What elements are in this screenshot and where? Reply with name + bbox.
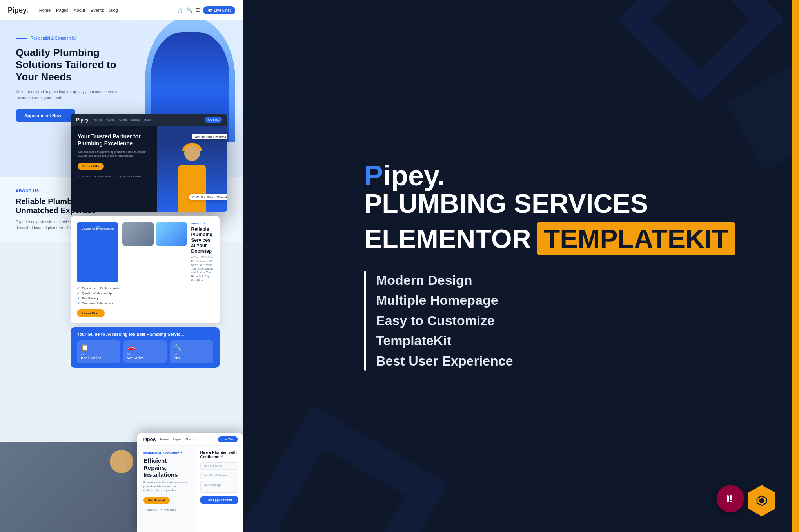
dark-panel-hero-img: We'll Be There In An Hour 🛡 We Give 3 Ye… <box>157 126 227 212</box>
yellow-accent <box>792 0 799 532</box>
third-panel-body: Residential & Commercial Efficient Repai… <box>137 446 243 532</box>
brand-title: Pipey. <box>364 161 678 190</box>
geo-shape-3 <box>726 64 799 171</box>
learn-more-button[interactable]: Learn More <box>77 309 105 317</box>
about-panel-label: ABOUT US <box>191 222 213 225</box>
third-panel-right: Hire a Plumber with Confidence! Your Ful… <box>196 446 243 532</box>
feature-1: Multiple Homepage <box>376 291 678 310</box>
third-nav-pages[interactable]: Pages <box>173 438 182 441</box>
live-chat-button[interactable]: 💬 Live Chat <box>203 6 235 14</box>
third-nav-about[interactable]: About <box>185 438 194 441</box>
live-chat-label: Live Chat <box>214 8 231 13</box>
geo-shape-2 <box>243 405 448 532</box>
dark-panel-title: Your Trusted Partner for Plumbing Excell… <box>78 133 150 147</box>
feature-0: Experienced Professionals <box>77 286 213 290</box>
third-panel-title: Efficient Repairs, Installations <box>143 457 189 478</box>
guide-step-0-num: 01 <box>81 352 116 355</box>
dark-nav-events[interactable]: Events <box>131 118 140 121</box>
guide-step-1-title: We Arrive <box>127 356 163 360</box>
guide-step-1-icon: 🚗 <box>127 344 163 351</box>
dark-panel-logo: Pipey. <box>76 117 89 123</box>
guide-step-2-title: Pro... <box>174 356 209 360</box>
hexagon-icon <box>748 485 775 516</box>
about-features-list: Experienced Professionals Quality Workma… <box>77 286 213 306</box>
about-panel: 30+ YEARS OF EXPERIENCE ABOUT US Reliabl… <box>71 216 220 323</box>
third-panel-badges: Experts Affordable <box>143 508 189 512</box>
nav-home[interactable]: Home <box>39 8 51 13</box>
third-panel-badge: Residential & Commercial <box>143 452 189 455</box>
elementor-text: ELEMENTOR <box>364 223 531 254</box>
about-panel-header: 30+ YEARS OF EXPERIENCE ABOUT US Reliabl… <box>77 222 213 282</box>
third-panel-logo: Pipey. <box>143 437 156 442</box>
third-live-chat-btn[interactable]: Live Chat <box>218 436 238 442</box>
guide-title: Your Guide to Accessing Reliable Plumbin… <box>77 332 213 337</box>
dark-panel-navbar: Pipey. Home Pages About Events Blog Cont… <box>71 114 227 126</box>
dark-nav-about[interactable]: About <box>119 118 127 121</box>
dark-panel: Pipey. Home Pages About Events Blog Cont… <box>71 114 227 212</box>
feature-1: Quality Workmanship <box>77 291 213 295</box>
guide-step-0-title: Book Online <box>81 356 116 360</box>
left-panel: Pipey. Home Pages About Events Blog 🛒 🔍 … <box>0 0 243 532</box>
form-field-email[interactable]: Your Email Address <box>200 472 239 479</box>
feature-3: Customer Satisfaction <box>77 302 213 306</box>
guide-step-0: 📋 01 Book Online <box>77 340 120 363</box>
third-panel-content: Residential & Commercial Efficient Repai… <box>137 446 196 532</box>
about-panel-title: Reliable Plumbing Services at Your Doors… <box>191 226 213 254</box>
overlay-panels: Pipey. Home Pages About Events Blog Cont… <box>71 114 235 368</box>
form-field-name[interactable]: Your Full Name <box>200 462 239 470</box>
right-panel: Pipey. PLUMBING SERVICES ELEMENTOR TEMPL… <box>243 0 799 532</box>
svg-rect-1 <box>730 495 732 500</box>
panel-img-1 <box>122 222 154 246</box>
dark-panel-contact-btn[interactable]: Contact <box>205 117 222 123</box>
chat-icon: 💬 <box>208 8 212 13</box>
badge-experts: Experts <box>78 175 91 178</box>
dark-nav-blog[interactable]: Blog <box>144 118 151 121</box>
hero-title: Quality Plumbing Solutions Tailored to Y… <box>16 47 125 83</box>
worker-head <box>110 450 133 473</box>
second-line: ELEMENTOR TEMPLATEKIT <box>364 222 678 255</box>
nav-events[interactable]: Events <box>91 8 104 13</box>
nav-about[interactable]: About <box>74 8 85 13</box>
guide-step-1: 🚗 02 We Arrive <box>123 340 167 363</box>
elementor-icon <box>717 485 744 512</box>
years-label: YEARS OF EXPERIENCE <box>82 228 114 231</box>
appointment-button[interactable]: Appointment Now → <box>16 109 75 122</box>
get-appointment-button[interactable]: Get Appointment <box>200 496 239 504</box>
form-field-message[interactable]: Your Message <box>200 481 239 493</box>
worker-body <box>178 165 206 212</box>
dark-panel-badges: Experts Affordable Top-Notch Services <box>78 175 150 178</box>
feature-4: Best User Experience <box>376 352 678 371</box>
third-badge-0: Experts <box>143 508 157 512</box>
nav-blog[interactable]: Blog <box>109 8 118 13</box>
about-panel-images <box>122 222 187 282</box>
brand-blue-p: P <box>364 160 383 191</box>
worker-figure-dark <box>174 141 210 212</box>
third-panel-nav: Pipey. Home Pages About Live Chat <box>137 433 243 446</box>
menu-icon[interactable]: ☰ <box>196 7 200 13</box>
dark-nav-pages[interactable]: Pages <box>106 118 115 121</box>
feature-2: Fair Pricing <box>77 297 213 300</box>
about-panel-desc: A Team Of Skilled Professionals, We Stri… <box>191 255 213 282</box>
guide-step-2: 🔧 03 Pro... <box>170 340 213 363</box>
dark-panel-desc: We understand that plumbing problems can… <box>78 150 150 158</box>
dark-panel-cta[interactable]: Contact Us <box>78 163 104 170</box>
features-list: Modern Design Multiple Homepage Easy to … <box>364 271 678 371</box>
dark-nav-home[interactable]: Home <box>93 118 102 121</box>
guide-steps: 📋 01 Book Online 🚗 02 We Arrive 🔧 03 Pro… <box>77 340 213 363</box>
navbar-icons: 🛒 🔍 ☰ 💬 Live Chat <box>178 6 235 14</box>
templatekit-badge: TEMPLATEKIT <box>537 222 735 255</box>
years-number: 30+ <box>82 225 114 228</box>
third-nav-home[interactable]: Home <box>160 438 168 441</box>
guide-step-0-icon: 📋 <box>81 344 116 351</box>
third-badge-1: Affordable <box>160 508 176 512</box>
get-started-button[interactable]: Get Started <box>143 497 170 504</box>
guide-panel: Your Guide to Accessing Reliable Plumbin… <box>71 327 220 368</box>
guide-step-2-num: 03 <box>174 352 209 355</box>
about-panel-text: ABOUT US Reliable Plumbing Services at Y… <box>191 222 213 282</box>
right-content: Pipey. PLUMBING SERVICES ELEMENTOR TEMPL… <box>364 161 678 370</box>
hire-form: Hire a Plumber with Confidence! Your Ful… <box>196 446 243 532</box>
navbar-logo: Pipey. <box>8 6 28 14</box>
cart-icon[interactable]: 🛒 <box>178 7 183 13</box>
search-icon[interactable]: 🔍 <box>187 7 192 13</box>
nav-pages[interactable]: Pages <box>56 8 68 13</box>
